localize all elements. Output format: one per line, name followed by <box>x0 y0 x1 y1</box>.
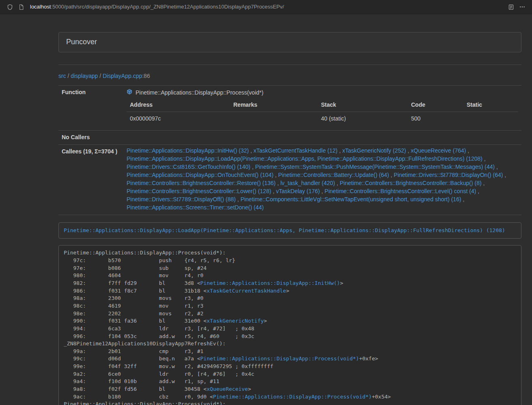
breadcrumb: src / displayapp / DisplayApp.cpp:86 <box>58 72 521 80</box>
page-favicon-icon <box>16 2 26 12</box>
callee-link[interactable]: Pinetime::Applications::DisplayApp::OnTo… <box>127 172 274 178</box>
shield-icon[interactable] <box>5 2 15 12</box>
callee-separator: , <box>276 180 280 186</box>
stats-value-row: 0x0000097c 40 (static) 500 <box>127 112 518 127</box>
stats-remarks-value <box>230 112 318 127</box>
stats-header-address: Address <box>127 99 230 112</box>
callee-link[interactable]: Pinetime::Drivers::St7789::DisplayOff() … <box>127 196 236 202</box>
callee-separator: , <box>236 196 241 202</box>
assembly-symbol-link[interactable]: Pinetime::Applications::DisplayApp::Proc… <box>200 355 359 362</box>
url-bar[interactable]: localhost:5000/path/src/displayapp/Displ… <box>30 3 502 11</box>
breadcrumb-line-number: :86 <box>142 73 150 79</box>
stats-stack-value: 40 (static) <box>318 112 408 127</box>
stats-header-row: Address Remarks Stack Code Static <box>127 99 518 112</box>
callers-label: No Callers <box>58 130 123 144</box>
callee-link[interactable]: Pinetime::Controllers::BrightnessControl… <box>325 188 476 194</box>
breadcrumb-separator: / <box>66 73 71 79</box>
callee-separator: , <box>320 188 325 194</box>
callee-link[interactable]: Pinetime::Drivers::St7789::DisplayOn() (… <box>394 172 503 178</box>
callee-separator: , <box>389 172 394 178</box>
callee-link[interactable]: Pinetime::Controllers::BrightnessControl… <box>340 180 481 186</box>
callee-link[interactable]: Pinetime::Controllers::BrightnessControl… <box>127 180 276 186</box>
stats-static-value <box>463 112 518 127</box>
callee-separator: , <box>249 147 254 154</box>
divider <box>58 65 521 65</box>
callee-separator: , <box>271 188 276 194</box>
callee-link[interactable]: xTaskGetCurrentTaskHandle (12) <box>254 147 338 154</box>
assembly-symbol-link[interactable]: xTaskGenericNotify <box>207 318 264 324</box>
assembly-symbol-link[interactable]: xQueueReceive <box>207 386 248 392</box>
callee-link[interactable]: vTaskDelay (176) <box>276 188 320 194</box>
callee-separator: , <box>466 147 469 154</box>
function-name: Pinetime::Applications::DisplayApp::Proc… <box>136 89 263 97</box>
reader-mode-icon[interactable] <box>506 2 516 12</box>
assembly-symbol-link[interactable]: Pinetime::Applications::DisplayApp::Init… <box>200 280 340 286</box>
callee-separator: , <box>495 164 498 170</box>
stats-table: Address Remarks Stack Code Static 0x0000… <box>127 99 518 127</box>
callee-link[interactable]: Pinetime::Applications::Screens::Timer::… <box>127 204 264 211</box>
stats-header-stack: Stack <box>318 99 408 112</box>
breadcrumb-link-src[interactable]: src <box>58 73 66 79</box>
menu-dots-icon[interactable] <box>517 2 527 12</box>
breadcrumb-separator: / <box>98 73 103 79</box>
stats-header-remarks: Remarks <box>230 99 318 112</box>
callee-separator: , <box>461 196 465 202</box>
callee-separator: , <box>274 172 278 178</box>
stats-address-value: 0x0000097c <box>127 112 230 127</box>
callee-separator: , <box>335 180 340 186</box>
stats-header-static: Static <box>463 99 518 112</box>
function-icon <box>127 89 132 97</box>
callee-link[interactable]: lv_task_handler (420) <box>280 180 335 186</box>
callees-label: Callees (19, Σ=3704 ) <box>58 144 123 215</box>
callee-separator: , <box>250 164 255 170</box>
callee-link[interactable]: Pinetime::Drivers::Cst816S::GetTouchInfo… <box>127 164 250 170</box>
callee-separator: , <box>482 180 485 186</box>
callees-row: Callees (19, Σ=3704 ) Pinetime::Applicat… <box>58 144 521 215</box>
function-row: Function Pinetime::Applications::Display… <box>58 85 521 130</box>
callee-link[interactable]: xQueueReceive (764) <box>411 147 466 154</box>
callee-separator: , <box>338 147 342 154</box>
assembly-symbol-link[interactable]: Pinetime::Applications::DisplayApp::Proc… <box>213 394 372 400</box>
callee-link[interactable]: xTaskGenericNotify (252) <box>342 147 406 154</box>
callee-link[interactable]: Pinetime::Applications::DisplayApp::Load… <box>127 155 482 162</box>
highlighted-symbol-panel: Pinetime::Applications::DisplayApp::Load… <box>58 222 521 239</box>
function-row-label: Function <box>58 85 123 130</box>
function-name-line: Pinetime::Applications::DisplayApp::Proc… <box>127 87 518 97</box>
brand-link[interactable]: Puncover <box>66 37 97 47</box>
highlighted-symbol-link[interactable]: Pinetime::Applications::DisplayApp::Load… <box>64 227 505 233</box>
browser-chrome: localhost:5000/path/src/displayapp/Displ… <box>0 0 532 14</box>
assembly-code: Pinetime::Applications::DisplayApp::Proc… <box>58 245 521 405</box>
assembly-symbol-link[interactable]: xTaskGetCurrentTaskHandle <box>207 288 286 294</box>
callee-link[interactable]: Pinetime::System::SystemTask::PushMessag… <box>255 164 495 170</box>
navbar: Puncover <box>58 32 521 52</box>
function-table: Function Pinetime::Applications::Display… <box>58 85 521 215</box>
callee-link[interactable]: Pinetime::Applications::DisplayApp::Init… <box>127 147 249 154</box>
page-container: Puncover src / displayapp / DisplayApp.c… <box>58 32 521 405</box>
url-path: :5000/path/src/displayapp/DisplayApp.cpp… <box>51 4 284 10</box>
callee-separator: , <box>406 147 411 154</box>
callees-list: Pinetime::Applications::DisplayApp::Init… <box>123 144 521 215</box>
callee-link[interactable]: Pinetime::Controllers::BrightnessControl… <box>127 188 271 194</box>
callee-separator: , <box>503 172 506 178</box>
url-host: localhost <box>30 4 51 10</box>
breadcrumb-link-displayapp[interactable]: displayapp <box>71 73 98 79</box>
callee-link[interactable]: Pinetime::Controllers::Battery::Update()… <box>278 172 389 178</box>
stats-code-value: 500 <box>408 112 463 127</box>
breadcrumb-link-displayapp-cpp[interactable]: DisplayApp.cpp <box>103 73 142 79</box>
stats-header-code: Code <box>408 99 463 112</box>
callee-link[interactable]: Pinetime::Components::LittleVgl::SetNewT… <box>241 196 461 202</box>
callee-separator: , <box>476 188 479 194</box>
callers-row: No Callers <box>58 130 521 144</box>
callee-separator: , <box>482 155 486 162</box>
